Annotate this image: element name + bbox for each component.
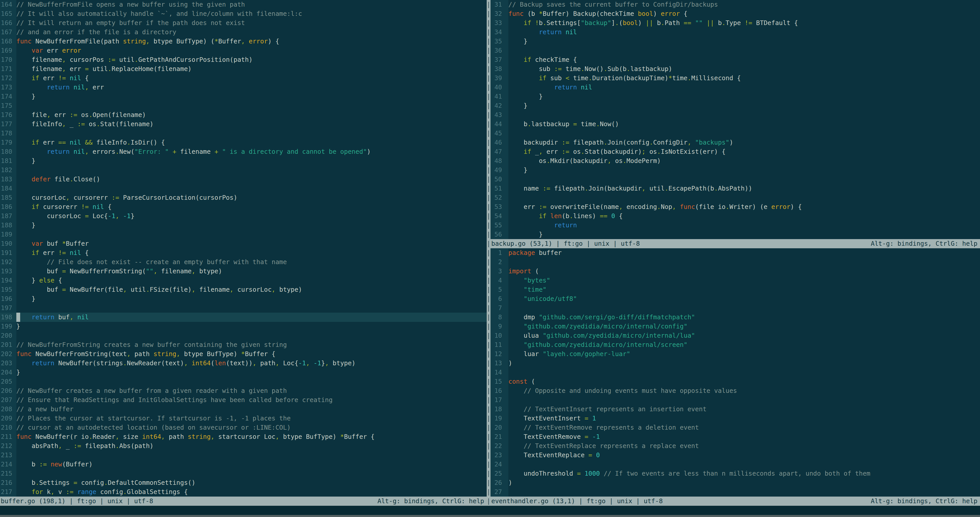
code-line[interactable]: 34 return nil [490,27,980,37]
command-line[interactable] [0,506,980,515]
code-line[interactable]: 15const ( [490,377,980,386]
code-line[interactable]: 206// NewBuffer creates a new buffer fro… [0,386,487,396]
code-line[interactable]: 193 buf = NewBufferFromString("", filena… [0,266,487,276]
code-line[interactable]: 201// NewBufferFromString creates a new … [0,340,487,349]
code-line[interactable]: 183 defer file.Close() [0,175,487,184]
code-line[interactable]: 42 } [490,101,980,110]
code-line[interactable]: 168func NewBufferFromFile(path string, b… [0,37,487,46]
code-line[interactable]: 46 backupdir := filepath.Join(config.Con… [490,138,980,147]
code-line[interactable]: 171 filename, err = util.ReplaceHome(fil… [0,64,487,73]
code-line[interactable]: 25 undoThreshold = 1000 // If two events… [490,469,980,478]
code-line[interactable]: 190 var buf *Buffer [0,239,487,248]
code-line[interactable]: 8 dmp "github.com/sergi/go-diff/diffmatc… [490,313,980,322]
code-line[interactable]: 39 if sub < time.Duration(backupTime)*ti… [490,73,980,83]
code-line[interactable]: 197 [0,303,487,313]
code-line[interactable]: 216 b.Settings = config.DefaultCommonSet… [0,478,487,487]
code-line[interactable]: 207// Ensure that ReadSettings and InitG… [0,396,487,405]
code-line[interactable]: 177 fileInfo, _ := os.Stat(filename) [0,120,487,129]
code-line[interactable]: 48 os.Mkdir(backupdir, os.ModePerm) [490,156,980,166]
code-line[interactable]: 185 cursorLoc, cursorerr := ParseCursorL… [0,193,487,202]
code-line[interactable]: 47 if _, err := os.Stat(backupdir); os.I… [490,147,980,156]
code-line[interactable]: 215 [0,469,487,478]
code-line[interactable]: 53 err := overwriteFile(name, encoding.N… [490,202,980,212]
code-line[interactable]: 181 } [0,156,487,166]
code-line[interactable]: 164// NewBufferFromFile opens a new buff… [0,0,487,9]
code-line[interactable]: 194 } else { [0,276,487,285]
code-line[interactable]: 35 } [490,37,980,46]
code-line[interactable]: 52 [490,193,980,202]
code-line[interactable]: 208// a new buffer [0,405,487,414]
code-line[interactable]: 195 buf = NewBuffer(file, util.FSize(fil… [0,285,487,294]
code-line[interactable]: 196 } [0,294,487,303]
code-line[interactable]: 165// It will also automatically handle … [0,9,487,18]
code-line[interactable]: 16 // Opposite and undoing events must h… [490,386,980,396]
code-line[interactable]: 179 if err == nil && fileInfo.IsDir() { [0,138,487,147]
code-line[interactable]: 17 [490,396,980,405]
code-line[interactable]: 36 [490,46,980,55]
code-line[interactable]: 32func (b *Buffer) Backup(checkTime bool… [490,9,980,18]
code-line[interactable]: 214 b := new(Buffer) [0,460,487,469]
code-line[interactable]: 50 [490,175,980,184]
code-line[interactable]: 26) [490,478,980,487]
code-line[interactable]: 191 if err != nil { [0,248,487,257]
code-line[interactable]: 3import ( [490,266,980,276]
code-line[interactable]: 192 // File does not exist -- create an … [0,257,487,266]
code-line[interactable]: 2 [490,257,980,266]
code-line[interactable]: 37 if checkTime { [490,55,980,64]
code-line[interactable]: 205 [0,377,487,386]
code-line[interactable]: 200 [0,331,487,340]
code-line[interactable]: 186 if cursorerr != nil { [0,202,487,212]
code-line[interactable]: 167// and an error if the file is a dire… [0,27,487,37]
code-line[interactable]: 170 filename, cursorPos := util.GetPathA… [0,55,487,64]
code-line[interactable]: 41 } [490,92,980,101]
code-line[interactable]: 202func NewBufferFromString(text, path s… [0,349,487,359]
code-line[interactable]: 18 // TextEventInsert represents an inse… [490,405,980,414]
code-line[interactable]: 204} [0,368,487,377]
code-line[interactable]: 51 name := filepath.Join(backupdir, util… [490,184,980,193]
code-line[interactable]: 176 file, err := os.Open(filename) [0,110,487,120]
code-line[interactable]: 55 return [490,221,980,230]
code-area[interactable]: 1package buffer23import (4 "bytes"5 "tim… [490,248,980,496]
code-line[interactable]: 49 } [490,166,980,175]
code-line[interactable]: 199} [0,322,487,331]
code-line[interactable]: 27 [490,487,980,496]
code-line[interactable]: 5 "time" [490,285,980,294]
code-line[interactable]: 31// Backup saves the current buffer to … [490,0,980,9]
code-area[interactable]: 164// NewBufferFromFile opens a new buff… [0,0,487,496]
code-line[interactable]: 20 // TextEventRemove represents a delet… [490,423,980,432]
code-line[interactable]: 210// cursor at an autodetected location… [0,423,487,432]
code-line[interactable]: 54 if len(b.lines) == 0 { [490,212,980,221]
code-line[interactable]: 24 [490,460,980,469]
code-line[interactable]: 172 if err != nil { [0,73,487,83]
code-line[interactable]: 11 "github.com/zyedidia/micro/internal/s… [490,340,980,349]
code-line[interactable]: 14 [490,368,980,377]
code-line[interactable]: 175 [0,101,487,110]
code-line[interactable]: 7 [490,303,980,313]
code-line[interactable]: 21 TextEventRemove = -1 [490,432,980,441]
code-line[interactable]: 188 } [0,221,487,230]
code-line[interactable]: 44 b.lastbackup = time.Now() [490,120,980,129]
code-line[interactable]: 198 return buf, nil [0,313,487,322]
code-line[interactable]: 45 [490,129,980,138]
code-line[interactable]: 22 // TextEventReplace represents a repl… [490,441,980,451]
code-line[interactable]: 189 [0,230,487,239]
code-line[interactable]: 19 TextEventInsert = 1 [490,414,980,423]
code-line[interactable]: 178 [0,129,487,138]
code-line[interactable]: 211func NewBuffer(r io.Reader, size int6… [0,432,487,441]
code-line[interactable]: 169 var err error [0,46,487,55]
code-line[interactable]: 33 if !b.Settings["backup"].(bool) || b.… [490,18,980,27]
code-line[interactable]: 10 ulua "github.com/zyedidia/micro/inter… [490,331,980,340]
code-line[interactable]: 209// Places the cursor at startcursor. … [0,414,487,423]
code-line[interactable]: 182 [0,166,487,175]
code-line[interactable]: 212 absPath, _ := filepath.Abs(path) [0,441,487,451]
code-line[interactable]: 23 TextEventReplace = 0 [490,451,980,460]
code-line[interactable]: 43 [490,110,980,120]
code-line[interactable]: 38 sub := time.Now().Sub(b.lastbackup) [490,64,980,73]
code-line[interactable]: 56 } [490,230,980,239]
code-line[interactable]: 180 return nil, errors.New("Error: " + f… [0,147,487,156]
code-line[interactable]: 213 [0,451,487,460]
code-line[interactable]: 4 "bytes" [490,276,980,285]
code-line[interactable]: 203 return NewBuffer(strings.NewReader(t… [0,359,487,368]
code-line[interactable]: 12 luar "layeh.com/gopher-luar" [490,349,980,359]
code-line[interactable]: 9 "github.com/zyedidia/micro/internal/co… [490,322,980,331]
